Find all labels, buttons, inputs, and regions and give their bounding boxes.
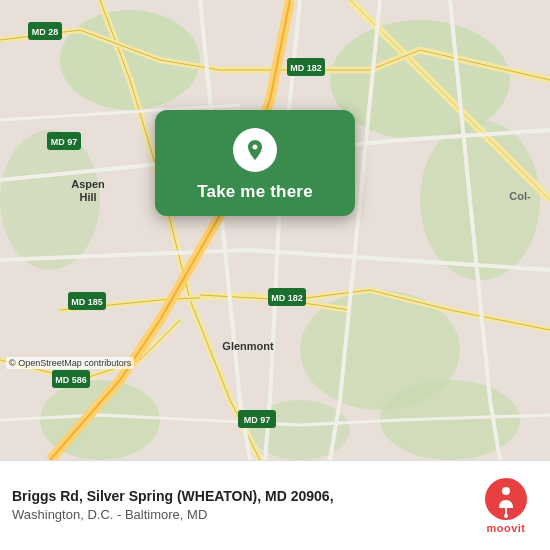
svg-text:Hill: Hill: [79, 191, 96, 203]
moovit-text: moovit: [486, 522, 525, 534]
svg-text:MD 182: MD 182: [271, 293, 303, 303]
map-credit: © OpenStreetMap contributors: [6, 357, 134, 369]
svg-text:MD 182: MD 182: [290, 63, 322, 73]
svg-text:MD 586: MD 586: [55, 375, 87, 385]
location-pin: [233, 128, 277, 172]
popup-card: Take me there: [155, 110, 355, 216]
svg-point-4: [60, 10, 200, 110]
svg-point-28: [502, 487, 510, 495]
svg-text:Col-: Col-: [509, 190, 531, 202]
location-subtitle: Washington, D.C. - Baltimore, MD: [12, 506, 466, 524]
location-title: Briggs Rd, Silver Spring (WHEATON), MD 2…: [12, 487, 466, 507]
take-me-there-button[interactable]: Take me there: [197, 182, 313, 202]
svg-text:MD 28: MD 28: [32, 27, 59, 37]
svg-text:MD 97: MD 97: [51, 137, 78, 147]
moovit-icon: [485, 478, 527, 520]
pin-icon: [243, 138, 267, 162]
svg-text:MD 185: MD 185: [71, 297, 103, 307]
info-bar: Briggs Rd, Silver Spring (WHEATON), MD 2…: [0, 460, 550, 550]
svg-text:MD 97: MD 97: [244, 415, 271, 425]
svg-text:Aspen: Aspen: [71, 178, 105, 190]
svg-point-29: [504, 514, 508, 518]
svg-text:Glenmont: Glenmont: [222, 340, 274, 352]
map-container: MD 28 MD 97 MD 182 MD 185 MD 182 MD 586 …: [0, 0, 550, 460]
moovit-logo: moovit: [476, 478, 536, 534]
location-info: Briggs Rd, Silver Spring (WHEATON), MD 2…: [12, 487, 466, 525]
